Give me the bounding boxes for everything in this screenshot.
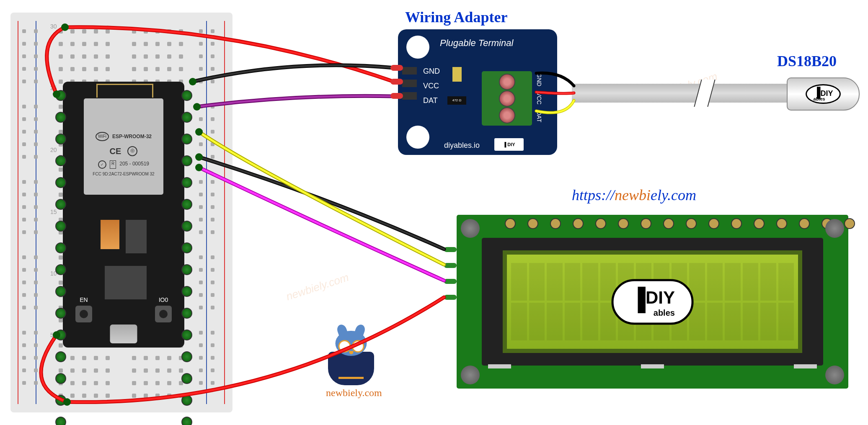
sensor-probe: ▐DIYables (787, 77, 860, 111)
terminal-block (482, 71, 532, 126)
row-label: 30 (50, 23, 57, 30)
adapter-pin-dat: DAT (423, 96, 438, 105)
diy-logo-icon: ▐DIYables (611, 279, 694, 325)
esp32-shield: WiFi ESP-WROOM-32 CE ◎ ✓ R 205 - 000519 … (84, 98, 163, 195)
sensor-cable (572, 84, 815, 103)
esp32-io0-button: IO0 (155, 306, 172, 322)
esp32-board: c WiFi ESP-WROOM-32 CE ◎ ✓ R 205 - 00051… (63, 82, 184, 348)
terminal-dat-label: DAT (536, 111, 542, 122)
r-mark: R (110, 160, 116, 169)
ce-mark: CE (110, 145, 121, 157)
diy-logo-icon: ▐ DIY (494, 138, 524, 151)
terminal-gnd-label: GND (536, 73, 542, 86)
esp32-model: ESP-WROOM-32 (112, 133, 152, 140)
mascot-logo: newbiely.com (326, 352, 376, 399)
esp32-serial: 205 - 000519 (119, 160, 149, 169)
sensor-label: DS18B20 (777, 52, 837, 70)
row-label: 5 (50, 332, 54, 338)
wiring-adapter-board: Plugable Terminal GND VCC DAT 472 Ω GND … (398, 29, 557, 155)
esp32-fcc: FCC 9D:2AC72-ESPWROOM 32 (84, 171, 163, 177)
source-url: https://newbiely.com (572, 186, 696, 204)
adapter-pin-vcc: VCC (423, 82, 439, 90)
usb-port-icon (110, 325, 137, 343)
wifi-icon: WiFi (96, 132, 109, 141)
watermark: newbiely.com (284, 271, 351, 304)
lcd-display: ▐DIYables (457, 215, 848, 389)
adapter-board-title: Plugable Terminal (440, 38, 513, 49)
terminal-vcc-label: VCC (536, 92, 542, 105)
adapter-footer: diyables.io (444, 141, 480, 150)
adapter-pin-gnd: GND (423, 67, 440, 76)
adapter-title: Wiring Adapter (405, 8, 507, 26)
esp32-en-button: EN (75, 306, 92, 322)
mascot-label: newbiely.com (326, 387, 376, 399)
resistor: 472 Ω (447, 96, 466, 105)
